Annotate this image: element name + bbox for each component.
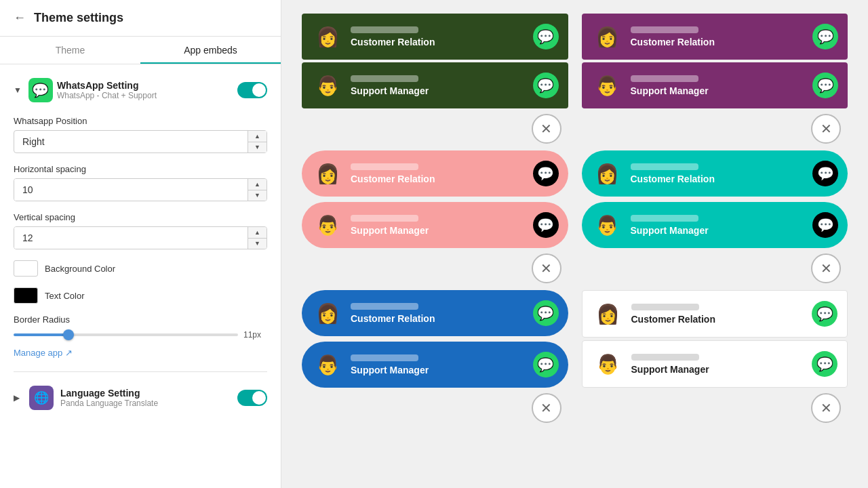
tabs-container: Theme App embeds: [0, 37, 281, 64]
name-blur-cr-white: [631, 304, 699, 310]
wa-icon-cr-darkgreen[interactable]: 💬: [533, 24, 559, 49]
wa-icon-cr-white[interactable]: 💬: [812, 301, 837, 327]
v-spacing-up[interactable]: ▲: [248, 227, 267, 239]
tab-app-embeds[interactable]: App embeds: [140, 37, 281, 64]
close-button-blue[interactable]: ✕: [532, 393, 561, 423]
close-button-pink[interactable]: ✕: [532, 253, 561, 283]
role-cr-teal: Customer Relation: [631, 174, 806, 184]
whatsapp-toggle[interactable]: [237, 82, 267, 98]
divider: [14, 371, 267, 372]
sidebar-header: ← Theme settings: [0, 0, 281, 37]
wa-icon-sm-white[interactable]: 💬: [812, 351, 837, 377]
text-color-swatch[interactable]: [14, 287, 38, 304]
widget-info-sm-blue: Support Manager: [351, 354, 526, 375]
role-cr-white: Customer Relation: [631, 314, 806, 325]
widget-card-cr-darkgreen[interactable]: 👩 Customer Relation 💬: [302, 14, 568, 60]
slider-thumb[interactable]: [63, 329, 74, 340]
v-spacing-arrows: ▲ ▼: [248, 227, 267, 249]
sidebar: ← Theme settings Theme App embeds ▼ 💬 Wh…: [0, 0, 281, 488]
widget-card-sm-purple[interactable]: 👨 Support Manager 💬: [582, 62, 848, 108]
v-spacing-label: Vertical spacing: [14, 212, 267, 222]
back-button[interactable]: ←: [14, 11, 26, 25]
select-arrow-up[interactable]: ▲: [248, 131, 267, 142]
close-button-darkgreen[interactable]: ✕: [532, 114, 561, 144]
widget-card-cr-blue[interactable]: 👩 Customer Relation 💬: [302, 290, 568, 336]
widget-info-cr-white: Customer Relation: [631, 304, 806, 325]
role-sm-teal: Support Manager: [631, 225, 806, 236]
role-cr-blue: Customer Relation: [351, 313, 526, 324]
wa-icon-sm-purple[interactable]: 💬: [812, 73, 838, 98]
border-radius-slider[interactable]: [14, 333, 238, 336]
avatar-sm-pink: 👨: [311, 209, 344, 241]
slider-value: 11px: [243, 330, 267, 340]
border-radius-label: Border Radius: [14, 314, 267, 325]
wa-icon-sm-blue[interactable]: 💬: [533, 352, 559, 378]
plugin-sub: WhatsApp - Chat + Support: [57, 91, 233, 100]
widget-info-cr-blue: Customer Relation: [351, 303, 526, 324]
text-color-label: Text Color: [45, 291, 85, 301]
widget-card-cr-white[interactable]: 👩 Customer Relation 💬: [582, 290, 848, 338]
wa-icon-sm-darkgreen[interactable]: 💬: [533, 73, 559, 98]
expand-whatsapp-arrow[interactable]: ▼: [14, 85, 22, 95]
close-button-teal[interactable]: ✕: [811, 253, 841, 283]
plugin-info: WhatsApp Setting WhatsApp - Chat + Suppo…: [57, 80, 233, 100]
role-sm-pink: Support Manager: [351, 225, 526, 236]
v-spacing-input[interactable]: [14, 227, 248, 249]
name-blur-sm-teal: [631, 215, 698, 222]
h-spacing-up[interactable]: ▲: [248, 179, 267, 190]
widget-card-cr-pink[interactable]: 👩 Customer Relation 💬: [302, 150, 568, 197]
name-blur-cr-darkgreen: [351, 26, 418, 33]
wa-icon-cr-blue[interactable]: 💬: [533, 300, 559, 326]
h-spacing-input[interactable]: [14, 179, 248, 201]
select-arrow-down[interactable]: ▼: [248, 142, 267, 153]
widget-card-sm-blue[interactable]: 👨 Support Manager 💬: [302, 342, 568, 388]
widget-card-cr-teal[interactable]: 👩 Customer Relation 💬: [582, 150, 848, 197]
widget-group-white: 👩 Customer Relation 💬 👨 Support Manager …: [582, 290, 848, 423]
h-spacing-down[interactable]: ▼: [248, 190, 267, 201]
expand-language-arrow[interactable]: ▶: [14, 393, 20, 403]
widget-card-sm-white[interactable]: 👨 Support Manager 💬: [582, 340, 848, 388]
role-cr-pink: Customer Relation: [351, 174, 526, 184]
manage-app-link[interactable]: Manage app ↗: [14, 348, 267, 358]
avatar-sm-darkgreen: 👨: [311, 69, 344, 102]
preview-right-column: 👩 Customer Relation 💬 👨 Support Manager …: [575, 14, 855, 474]
preview-area: 👩 Customer Relation 💬 👨 Support Manager …: [281, 0, 868, 488]
avatar-sm-teal: 👨: [591, 209, 624, 241]
avatar-cr-pink: 👩: [311, 157, 344, 190]
bg-color-swatch[interactable]: [14, 260, 38, 277]
widget-card-sm-pink[interactable]: 👨 Support Manager 💬: [302, 202, 568, 248]
language-toggle[interactable]: [237, 390, 267, 406]
tab-theme[interactable]: Theme: [0, 37, 140, 64]
widget-info-sm-white: Support Manager: [631, 354, 806, 375]
close-button-purple[interactable]: ✕: [811, 114, 841, 144]
widget-group-teal: 👩 Customer Relation 💬 👨 Support Manager …: [582, 150, 848, 283]
wa-icon-sm-teal[interactable]: 💬: [812, 212, 838, 238]
wa-icon-cr-purple[interactable]: 💬: [812, 24, 838, 49]
plugin-name: WhatsApp Setting: [57, 80, 233, 91]
widget-info-cr-purple: Customer Relation: [631, 26, 806, 47]
wa-icon-cr-pink[interactable]: 💬: [533, 161, 559, 186]
widget-info-sm-teal: Support Manager: [631, 215, 806, 236]
language-plugin-sub: Panda Language Translate: [60, 399, 231, 408]
avatar-cr-purple: 👩: [591, 20, 624, 53]
whatsapp-icon: 💬: [28, 78, 53, 102]
name-blur-sm-white: [631, 354, 699, 361]
avatar-cr-blue: 👩: [311, 297, 344, 329]
widget-card-cr-purple[interactable]: 👩 Customer Relation 💬: [582, 14, 848, 60]
slider-row: 11px: [14, 330, 267, 340]
name-blur-cr-teal: [631, 163, 698, 170]
avatar-sm-blue: 👨: [311, 348, 344, 381]
v-spacing-down[interactable]: ▼: [248, 239, 267, 249]
wa-icon-cr-teal[interactable]: 💬: [812, 161, 838, 186]
avatar-cr-white: 👩: [592, 298, 625, 330]
widget-card-sm-teal[interactable]: 👨 Support Manager 💬: [582, 202, 848, 248]
widget-card-sm-darkgreen[interactable]: 👨 Support Manager 💬: [302, 62, 568, 108]
name-blur-cr-purple: [631, 26, 698, 33]
external-link-icon: ↗: [65, 348, 73, 358]
close-button-white[interactable]: ✕: [811, 393, 841, 423]
widget-info-sm-darkgreen: Support Manager: [351, 75, 526, 96]
widget-info-sm-pink: Support Manager: [351, 215, 526, 236]
avatar-cr-darkgreen: 👩: [311, 20, 344, 53]
position-select[interactable]: Right: [14, 131, 267, 152]
wa-icon-sm-pink[interactable]: 💬: [533, 212, 559, 238]
